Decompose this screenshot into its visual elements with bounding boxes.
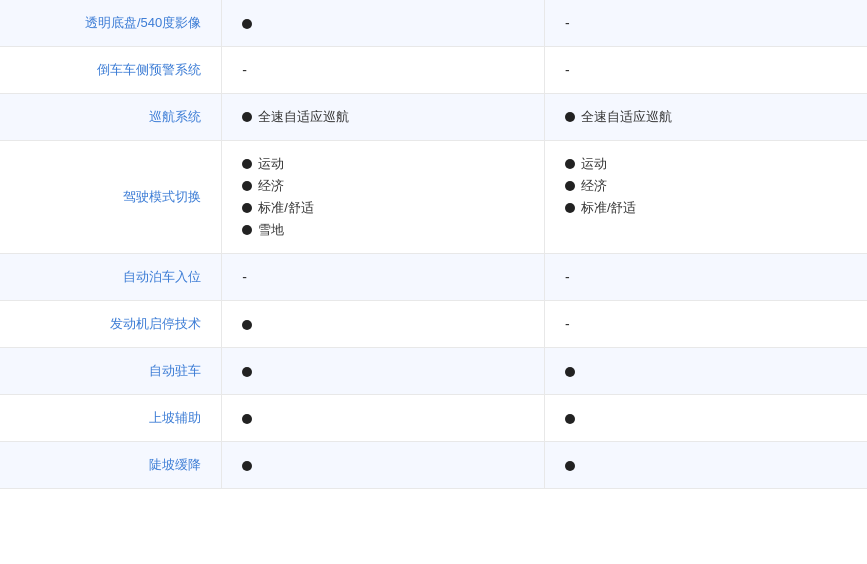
row-label: 倒车车侧预警系统 <box>0 47 222 94</box>
row-label: 自动泊车入位 <box>0 254 222 301</box>
row-label: 自动驻车 <box>0 348 222 395</box>
col1-value <box>222 442 545 489</box>
col1-value: 全速自适应巡航 <box>222 94 545 141</box>
col2-value <box>544 395 867 442</box>
col2-value: - <box>544 47 867 94</box>
col1-value: 运动经济标准/舒适雪地 <box>222 141 545 254</box>
comparison-table: 透明底盘/540度影像-倒车车侧预警系统--巡航系统全速自适应巡航全速自适应巡航… <box>0 0 867 489</box>
col1-value <box>222 395 545 442</box>
col2-value: - <box>544 254 867 301</box>
row-label: 透明底盘/540度影像 <box>0 0 222 47</box>
col1-value <box>222 0 545 47</box>
row-label: 陡坡缓降 <box>0 442 222 489</box>
col2-value <box>544 442 867 489</box>
col1-value: - <box>222 47 545 94</box>
col2-value: 运动经济标准/舒适 <box>544 141 867 254</box>
col1-value <box>222 301 545 348</box>
col2-value: 全速自适应巡航 <box>544 94 867 141</box>
col1-value: - <box>222 254 545 301</box>
col2-value: - <box>544 0 867 47</box>
row-label: 巡航系统 <box>0 94 222 141</box>
col2-value <box>544 348 867 395</box>
row-label: 发动机启停技术 <box>0 301 222 348</box>
row-label: 上坡辅助 <box>0 395 222 442</box>
row-label: 驾驶模式切换 <box>0 141 222 254</box>
col1-value <box>222 348 545 395</box>
col2-value: - <box>544 301 867 348</box>
